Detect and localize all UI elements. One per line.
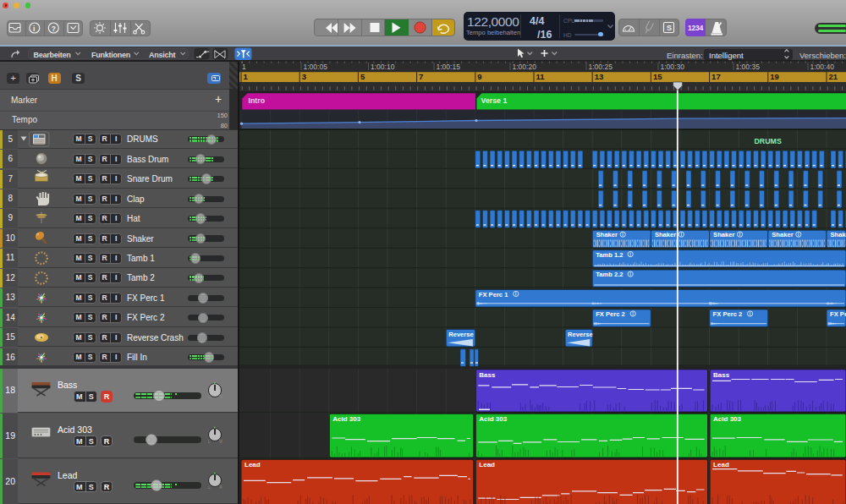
svg-text:7: 7	[419, 72, 423, 81]
svg-text:Bass: Bass	[479, 371, 496, 379]
svg-text:Shaker: Shaker	[772, 231, 793, 238]
svg-text:Reverse: Reverse	[448, 331, 474, 338]
svg-text:Acid 303: Acid 303	[713, 415, 741, 423]
svg-text:DRUMS: DRUMS	[755, 137, 782, 145]
svg-text:5: 5	[360, 72, 365, 81]
svg-text:?: ?	[52, 25, 56, 33]
svg-text:1:00:10: 1:00:10	[371, 63, 395, 71]
svg-text:17: 17	[711, 72, 721, 81]
svg-text:1:00:05: 1:00:05	[304, 63, 328, 71]
svg-text:1:00:20: 1:00:20	[513, 63, 537, 71]
svg-text:L: L	[208, 395, 211, 399]
svg-text:Bass: Bass	[713, 371, 730, 379]
svg-text:FX Perc 2: FX Perc 2	[713, 310, 743, 318]
svg-text:Acid 303: Acid 303	[332, 415, 360, 423]
svg-text:21: 21	[829, 72, 838, 81]
svg-text:R: R	[220, 485, 223, 490]
svg-text:Verse 1: Verse 1	[481, 96, 508, 105]
svg-text:L: L	[208, 440, 211, 444]
svg-text:Reverse: Reverse	[568, 331, 593, 338]
svg-text:R: R	[220, 440, 223, 444]
svg-text:FX Perc 1: FX Perc 1	[479, 291, 508, 299]
svg-text:Lead: Lead	[479, 461, 495, 468]
svg-text:Shaker: Shaker	[655, 231, 676, 238]
svg-text:1:00:25: 1:00:25	[589, 63, 613, 71]
svg-text:15: 15	[653, 72, 662, 81]
svg-text:1: 1	[242, 63, 246, 71]
svg-text:Lead: Lead	[713, 461, 729, 468]
svg-text:13: 13	[595, 72, 604, 81]
svg-text:Tamb 2.2: Tamb 2.2	[596, 271, 623, 278]
svg-text:Tamb 1.2: Tamb 1.2	[596, 251, 623, 259]
svg-text:Shaker: Shaker	[596, 231, 618, 238]
svg-text:Shaker: Shaker	[713, 231, 734, 238]
svg-text:Shaker: Shaker	[831, 231, 846, 238]
svg-text:L: L	[208, 485, 211, 490]
svg-text:3: 3	[302, 72, 306, 81]
svg-text:11: 11	[536, 72, 546, 81]
svg-text:19: 19	[770, 72, 779, 81]
svg-text:Lead: Lead	[244, 461, 261, 468]
svg-text:R: R	[220, 395, 223, 399]
svg-text:1: 1	[244, 72, 249, 81]
svg-text:S: S	[667, 24, 672, 32]
svg-text:Intro: Intro	[249, 96, 266, 105]
svg-text:1:00:40: 1:00:40	[810, 63, 835, 71]
svg-text:1:00:30: 1:00:30	[661, 63, 685, 71]
svg-text:1:00:35: 1:00:35	[736, 63, 761, 71]
svg-text:Acid 303: Acid 303	[479, 415, 507, 423]
svg-text:9: 9	[477, 72, 481, 81]
svg-text:i: i	[33, 25, 35, 33]
svg-text:FX Perc 2: FX Perc 2	[830, 310, 846, 318]
svg-text:1:00:15: 1:00:15	[437, 63, 461, 71]
svg-text:FX Perc 2: FX Perc 2	[596, 310, 625, 318]
